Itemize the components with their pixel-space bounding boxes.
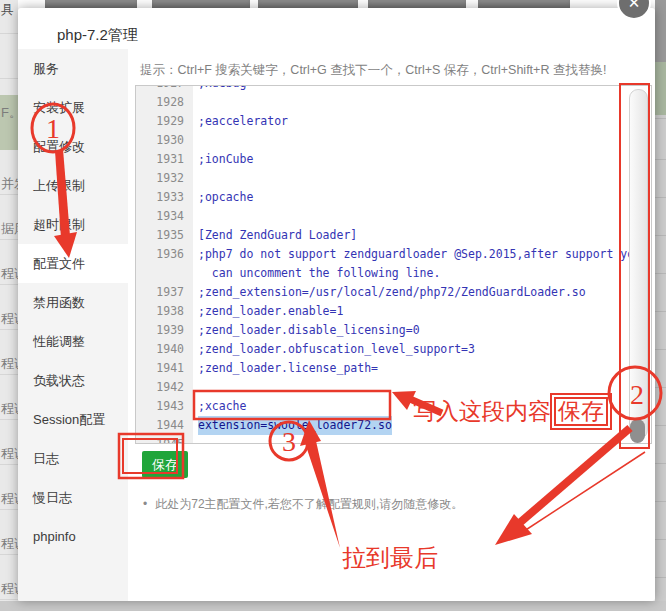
selected-code-text[interactable]: extension=swoole_loader72.so — [198, 416, 392, 435]
code-line: 1932 — [136, 169, 651, 188]
code-line: 1943;xcache — [136, 397, 651, 416]
code-text[interactable]: ;zend_loader.obfuscation_level_support=3 — [198, 340, 475, 359]
code-text[interactable]: ;xdebug — [198, 85, 246, 93]
editor-scrollbar-track[interactable] — [629, 89, 648, 439]
code-text[interactable]: ;xcache — [198, 397, 246, 416]
line-number: 1944 — [136, 416, 184, 435]
code-line: 1938;zend_loader.enable=1 — [136, 302, 651, 321]
code-line: 1935[Zend ZendGuard Loader] — [136, 226, 651, 245]
editor-scrollbar-thumb[interactable] — [630, 419, 645, 443]
background-text-fragment: 并发 — [1, 175, 18, 193]
sidebar-item-负载状态[interactable]: 负载状态 — [18, 361, 128, 400]
code-text[interactable]: can uncomment the following line. — [198, 264, 440, 283]
background-text-fragment: 程调 — [1, 490, 18, 508]
editor-hint-text: 提示：Ctrl+F 搜索关键字，Ctrl+G 查找下一个，Ctrl+S 保存，C… — [140, 62, 606, 79]
sidebar-item-配置修改[interactable]: 配置修改 — [18, 127, 128, 166]
sidebar-item-超时限制[interactable]: 超时限制 — [18, 205, 128, 244]
code-line: 1929;eaccelerator — [136, 112, 651, 131]
code-line: 1942 — [136, 378, 651, 397]
background-text-fragment: 程调 — [1, 535, 18, 553]
code-text[interactable]: ;ionCube — [198, 150, 253, 169]
sidebar-item-性能调整[interactable]: 性能调整 — [18, 322, 128, 361]
line-number: 1927 — [136, 85, 184, 93]
sidebar-item-服务[interactable]: 服务 — [18, 49, 128, 88]
line-number: 1931 — [136, 150, 184, 169]
code-line: 1936;php7 do not support zendguardloader… — [136, 245, 651, 264]
background-text-fragment: 据库 — [1, 220, 18, 238]
code-line: 1937;zend_extension=/usr/local/zend/php7… — [136, 283, 651, 302]
sidebar-item-禁用函数[interactable]: 禁用函数 — [18, 283, 128, 322]
background-text-fragment: 具 — [1, 1, 14, 19]
background-text-fragment: 程调 — [1, 445, 18, 463]
code-text[interactable]: ;php7 do not support zendguardloader @Se… — [198, 245, 641, 264]
dialog-title: php-7.2管理 — [57, 26, 138, 45]
background-text-fragment: 程调 — [1, 355, 18, 373]
background-page-left: 具F。并发据库程调程调程调程调程调程调程调程调 — [0, 0, 18, 611]
code-line: 1927;xdebug — [136, 85, 651, 93]
line-number: 1937 — [136, 283, 184, 302]
background-tab — [478, 0, 570, 8]
code-text[interactable]: [Zend ZendGuard Loader] — [198, 226, 357, 245]
background-text-fragment: 程调 — [1, 400, 18, 418]
code-line: 1931;ionCube — [136, 150, 651, 169]
sidebar-item-Session配置[interactable]: Session配置 — [18, 400, 128, 439]
line-number: 1941 — [136, 359, 184, 378]
code-line: 1928 — [136, 93, 651, 112]
code-line: 1933;opcache — [136, 188, 651, 207]
dialog-sidebar: 服务安装扩展配置修改上传限制超时限制配置文件禁用函数性能调整负载状态Sessio… — [18, 49, 128, 601]
line-number: 1930 — [136, 131, 184, 150]
line-number: 1943 — [136, 397, 184, 416]
line-number: 1939 — [136, 321, 184, 340]
background-green-row — [655, 62, 666, 115]
line-number: 1934 — [136, 207, 184, 226]
background-header-strip — [655, 0, 666, 62]
code-line: 1934 — [136, 207, 651, 226]
background-tab — [368, 0, 466, 8]
line-number: 1936 — [136, 245, 184, 264]
line-number: 1935 — [136, 226, 184, 245]
sidebar-item-phpinfo[interactable]: phpinfo — [18, 517, 128, 556]
background-text-fragment: F。 — [1, 104, 18, 122]
config-file-editor[interactable]: 1927;xdebug19281929;eaccelerator19301931… — [135, 85, 652, 444]
code-text[interactable]: ;eaccelerator — [198, 112, 288, 131]
code-line: 1945 — [136, 435, 651, 444]
background-text-fragment: 程调 — [1, 310, 18, 328]
code-line: 1940;zend_loader.obfuscation_level_suppo… — [136, 340, 651, 359]
code-line: 1941;zend_loader.license_path= — [136, 359, 651, 378]
line-number: 1938 — [136, 302, 184, 321]
code-line: can uncomment the following line. — [136, 264, 651, 283]
save-button[interactable]: 保存 — [142, 451, 188, 478]
background-page-right — [655, 0, 666, 611]
code-text[interactable]: ;opcache — [198, 188, 253, 207]
bullet-dot: • — [143, 497, 147, 511]
line-number: 1929 — [136, 112, 184, 131]
background-text-fragment: 程调 — [1, 580, 18, 598]
code-text[interactable]: ;zend_loader.license_path= — [198, 359, 378, 378]
sidebar-item-配置文件[interactable]: 配置文件 — [18, 244, 128, 283]
sidebar-item-日志[interactable]: 日志 — [18, 439, 128, 478]
background-tab — [258, 0, 358, 8]
line-number: 1942 — [136, 378, 184, 397]
line-number: 1933 — [136, 188, 184, 207]
sidebar-item-慢日志[interactable]: 慢日志 — [18, 478, 128, 517]
code-text[interactable]: ;zend_extension=/usr/local/zend/php72/Ze… — [198, 283, 586, 302]
line-number: 1928 — [136, 93, 184, 112]
background-page-bottom — [0, 601, 666, 611]
code-text[interactable]: ;zend_loader.disable_licensing=0 — [198, 321, 420, 340]
code-text[interactable]: ;zend_loader.enable=1 — [198, 302, 343, 321]
line-number: 1940 — [136, 340, 184, 359]
config-warning-note: •此处为72主配置文件,若您不了解配置规则,请勿随意修改。 — [143, 496, 653, 513]
php-manage-dialog: php-7.2管理 服务安装扩展配置修改上传限制超时限制配置文件禁用函数性能调整… — [18, 8, 655, 601]
line-number: 1945 — [136, 435, 184, 444]
sidebar-item-上传限制[interactable]: 上传限制 — [18, 166, 128, 205]
code-line: 1930 — [136, 131, 651, 150]
background-tab — [45, 0, 137, 8]
note-text: 此处为72主配置文件,若您不了解配置规则,请勿随意修改。 — [155, 497, 463, 511]
background-tab — [152, 0, 250, 8]
sidebar-item-安装扩展[interactable]: 安装扩展 — [18, 88, 128, 127]
code-line: 1944extension=swoole_loader72.so — [136, 416, 651, 435]
line-number: 1932 — [136, 169, 184, 188]
code-lines: 1927;xdebug19281929;eaccelerator19301931… — [136, 85, 651, 444]
code-line: 1939;zend_loader.disable_licensing=0 — [136, 321, 651, 340]
background-text-fragment: 程调 — [1, 265, 18, 283]
